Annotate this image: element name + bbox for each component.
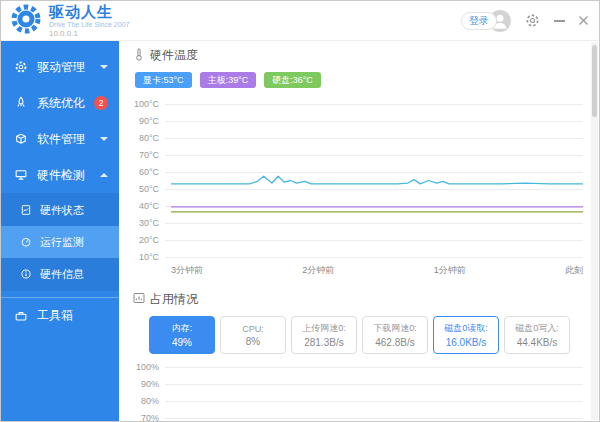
titlebar: 驱动人生 Drive The Life Since 2007 10.0.0.1 … bbox=[1, 1, 599, 41]
chevron-up-icon bbox=[100, 173, 108, 177]
y-tick-label: 100% bbox=[133, 362, 165, 372]
usage-card-value: 44.4KB/s bbox=[517, 337, 558, 348]
content-panel: 硬件温度 显卡:53°C 主板:39°C 硬盘:36°C 100°C 90°C … bbox=[119, 41, 599, 422]
sidebar-item-system-optimization[interactable]: 系统优化 2 bbox=[1, 85, 119, 121]
sidebar-item-software-management[interactable]: 软件管理 bbox=[1, 121, 119, 157]
usage-card-value: 16.0KB/s bbox=[446, 337, 487, 348]
y-tick-label: 90°C bbox=[133, 116, 165, 126]
usage-section-header: 占用情况 bbox=[133, 291, 583, 308]
sidebar-item-label: 工具箱 bbox=[37, 307, 108, 324]
app-logo-gear-icon bbox=[9, 2, 43, 40]
minimize-button[interactable] bbox=[554, 20, 565, 22]
settings-button[interactable] bbox=[524, 12, 541, 29]
sidebar-item-toolbox[interactable]: 工具箱 bbox=[1, 297, 119, 333]
usage-card-title: 内存: bbox=[172, 322, 193, 335]
chevron-down-icon bbox=[100, 137, 108, 141]
minimize-icon bbox=[554, 20, 565, 22]
usage-card-title: 下载网速0: bbox=[373, 322, 417, 335]
sidebar-item-driver-management[interactable]: 驱动管理 bbox=[1, 49, 119, 85]
app-window: 驱动人生 Drive The Life Since 2007 10.0.0.1 … bbox=[0, 0, 600, 422]
usage-card-value: 49% bbox=[172, 337, 192, 348]
close-button[interactable] bbox=[578, 15, 589, 26]
usage-card-memory[interactable]: 内存: 49% bbox=[149, 316, 215, 354]
sidebar-item-label: 硬件检测 bbox=[37, 167, 100, 184]
sidebar-subitem-label: 硬件状态 bbox=[40, 203, 119, 218]
sidebar-item-label: 系统优化 bbox=[37, 95, 94, 112]
usage-card-cpu[interactable]: CPU: 8% bbox=[220, 316, 286, 354]
usage-card-disk-write[interactable]: 磁盘0写入: 44.4KB/s bbox=[504, 316, 570, 354]
usage-chart: 100% 90% 80% 70% bbox=[133, 367, 583, 422]
thermometer-icon bbox=[133, 48, 145, 64]
temperature-legend: 显卡:53°C 主板:39°C 硬盘:36°C bbox=[135, 72, 583, 88]
usage-lines bbox=[171, 367, 583, 422]
driver-gear-icon bbox=[14, 60, 29, 74]
usage-card-title: 上传网速0: bbox=[302, 322, 346, 335]
gear-icon bbox=[524, 12, 541, 29]
y-tick-label: 30°C bbox=[133, 218, 165, 228]
legend-chip-disk[interactable]: 硬盘:36°C bbox=[264, 72, 321, 88]
status-chart-icon bbox=[20, 203, 33, 217]
temperature-x-axis: 3分钟前 2分钟前 1分钟前 此刻 bbox=[171, 264, 583, 277]
y-tick-label: 10°C bbox=[133, 252, 165, 262]
sidebar-item-label: 软件管理 bbox=[37, 131, 100, 148]
usage-card-title: 磁盘0读取: bbox=[444, 322, 488, 335]
info-icon bbox=[20, 267, 33, 281]
y-tick-label: 80°C bbox=[133, 133, 165, 143]
sidebar-subitem-hardware-info[interactable]: 硬件信息 bbox=[1, 258, 119, 290]
temperature-chart: 100°C 90°C 80°C 70°C 60°C 50°C 40°C 30°C… bbox=[133, 104, 583, 258]
scrollbar-track[interactable] bbox=[591, 42, 598, 420]
software-box-icon bbox=[14, 132, 29, 146]
login-label: 登录 bbox=[461, 12, 497, 30]
close-icon bbox=[578, 15, 589, 26]
sidebar-subitem-label: 硬件信息 bbox=[40, 267, 119, 282]
y-tick-label: 70% bbox=[133, 413, 165, 422]
y-tick-label: 100°C bbox=[133, 99, 165, 109]
usage-chart-icon bbox=[133, 292, 145, 307]
usage-card-value: 462.8B/s bbox=[375, 337, 414, 348]
usage-card-upload[interactable]: 上传网速0: 281.3B/s bbox=[291, 316, 357, 354]
x-axis-label: 1分钟前 bbox=[434, 264, 466, 277]
sidebar-item-label: 驱动管理 bbox=[37, 59, 100, 76]
app-title: 驱动人生 bbox=[49, 4, 129, 20]
sidebar-subitem-running-monitor[interactable]: 运行监测 bbox=[1, 226, 119, 258]
y-tick-label: 60°C bbox=[133, 167, 165, 177]
section-title: 占用情况 bbox=[150, 291, 198, 308]
sidebar-subitem-hardware-status[interactable]: 硬件状态 bbox=[1, 194, 119, 226]
gauge-icon bbox=[20, 235, 33, 249]
temperature-lines bbox=[171, 104, 583, 257]
usage-card-value: 8% bbox=[246, 336, 260, 347]
brand-text: 驱动人生 Drive The Life Since 2007 10.0.0.1 bbox=[49, 2, 129, 39]
usage-cards: 内存: 49% CPU: 8% 上传网速0: 281.3B/s 下载网速0: 4… bbox=[149, 316, 583, 354]
scrollbar-thumb[interactable] bbox=[592, 45, 597, 117]
y-tick-label: 80% bbox=[133, 396, 165, 406]
usage-card-value: 281.3B/s bbox=[304, 337, 343, 348]
legend-chip-mainboard[interactable]: 主板:39°C bbox=[200, 72, 257, 88]
section-title: 硬件温度 bbox=[150, 47, 198, 64]
window-controls: 登录 bbox=[461, 10, 589, 32]
x-axis-label: 此刻 bbox=[565, 264, 583, 277]
y-tick-label: 20°C bbox=[133, 235, 165, 245]
monitor-icon bbox=[14, 168, 29, 182]
sidebar-item-hardware-detection[interactable]: 硬件检测 bbox=[1, 157, 119, 193]
sidebar-subitem-label: 运行监测 bbox=[40, 235, 119, 250]
rocket-icon bbox=[14, 96, 29, 110]
hardware-detection-submenu: 硬件状态 运行监测 bbox=[1, 193, 119, 291]
legend-chip-gpu[interactable]: 显卡:53°C bbox=[135, 72, 192, 88]
y-tick-label: 70°C bbox=[133, 150, 165, 160]
brand: 驱动人生 Drive The Life Since 2007 10.0.0.1 bbox=[9, 2, 129, 40]
x-axis-label: 3分钟前 bbox=[171, 264, 203, 277]
y-tick-label: 90% bbox=[133, 379, 165, 389]
app-version: 10.0.0.1 bbox=[49, 29, 129, 39]
login-button[interactable]: 登录 bbox=[461, 10, 511, 32]
x-axis-label: 2分钟前 bbox=[302, 264, 334, 277]
chevron-down-icon bbox=[100, 65, 108, 69]
y-tick-label: 40°C bbox=[133, 201, 165, 211]
usage-card-disk-read[interactable]: 磁盘0读取: 16.0KB/s bbox=[433, 316, 499, 354]
sidebar: 驱动管理 系统优化 2 bbox=[1, 41, 119, 422]
temperature-section-header: 硬件温度 bbox=[133, 47, 583, 64]
main-area: 驱动管理 系统优化 2 bbox=[1, 41, 599, 422]
usage-card-download[interactable]: 下载网速0: 462.8B/s bbox=[362, 316, 428, 354]
toolbox-icon bbox=[14, 309, 29, 323]
usage-card-title: 磁盘0写入: bbox=[515, 322, 559, 335]
notification-badge: 2 bbox=[94, 96, 108, 110]
